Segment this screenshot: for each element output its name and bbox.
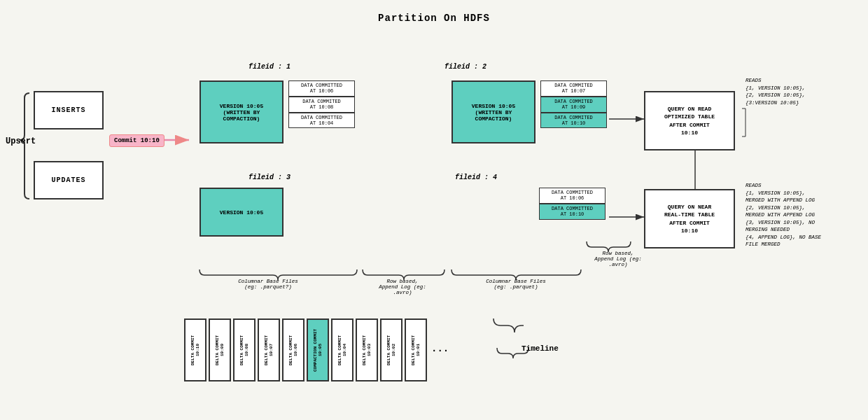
fileid1-label: fileid : 1 bbox=[248, 63, 290, 71]
timeline-box-6: DELTA COMMIT 10:04 bbox=[331, 318, 354, 382]
upsert-label: Upsert bbox=[6, 136, 36, 146]
query-optimized-box: QUERY ON READ OPTIMIZED TABLE AFTER COMM… bbox=[644, 91, 735, 150]
version-box-2: VERSION 10:05 (WRITTEN BY COMPACTION) bbox=[451, 80, 536, 144]
data-box-1-1: DATA COMMITTED AT 10:06 bbox=[288, 80, 355, 97]
data-box-4-1: DATA COMMITTED AT 10:06 bbox=[539, 188, 606, 204]
timeline-box-4: DELTA COMMIT 10:06 bbox=[282, 318, 304, 382]
columnar-label-1: Columnar Base Files (eg: .parquet?) bbox=[223, 279, 314, 290]
fileid2-label: fileid : 2 bbox=[444, 63, 486, 71]
data-stack-4: DATA COMMITTED AT 10:06 DATA COMMITTED A… bbox=[539, 188, 606, 220]
data-stack-1: DATA COMMITTED AT 10:06 DATA COMMITED AT… bbox=[288, 80, 355, 128]
version-box-1: VERSION 10:05 (WRITTEN BY COMPACTION) bbox=[200, 80, 284, 144]
timeline-box-3: DELTA COMMIT 10:07 bbox=[258, 318, 280, 382]
page-title: Partition On HDFS bbox=[378, 13, 490, 24]
main-container: Partition On HDFS bbox=[0, 0, 868, 420]
timeline-box-8: DELTA COMMIT 10:02 bbox=[380, 318, 402, 382]
row-label-1: Row based, Append Log (eg: .avro) bbox=[364, 279, 441, 295]
timeline-label: Timeline bbox=[522, 344, 559, 353]
data-box-2-2: DATA COMMITED AT 10:09 bbox=[540, 97, 607, 113]
timeline-box-0: DELTA COMMIT 10:10 bbox=[184, 318, 206, 382]
reads-optimized-text: READS {1, VERSION 10:05}, {2, VERSION 10… bbox=[746, 77, 806, 106]
timeline-brace-svg bbox=[490, 315, 525, 364]
diagram-svg bbox=[0, 0, 868, 420]
inserts-box: INSERTS bbox=[34, 91, 104, 130]
timeline-box-9: DELTA COMMIT 10:01 bbox=[405, 318, 427, 382]
timeline-box-5: COMPACTION COMMIT 10:05 bbox=[307, 318, 329, 382]
data-stack-2: DATA COMMITED AT 10:07 DATA COMMITED AT … bbox=[540, 80, 607, 128]
timeline-box-2: DELTA COMMIT 10:08 bbox=[233, 318, 255, 382]
timeline-ellipsis: ... bbox=[431, 343, 449, 354]
reads-near-real-text: READS {1, VERSION 10:05}, MERGED WITH AP… bbox=[746, 182, 821, 248]
timeline-box-7: DELTA COMMIT 10:03 bbox=[356, 318, 378, 382]
timeline-box-1: DELTA COMMIT 10:09 bbox=[209, 318, 231, 382]
commit-label: Commit 10:10 bbox=[109, 134, 164, 147]
columnar-label-2: Columnar Base Files (eg: .parquet) bbox=[470, 279, 561, 290]
data-box-2-1: DATA COMMITED AT 10:07 bbox=[540, 80, 607, 97]
data-box-2-3: DATA COMMITED AT 10:10 bbox=[540, 113, 607, 129]
fileid4-label: fileid : 4 bbox=[455, 174, 497, 181]
updates-box: UPDATES bbox=[34, 161, 104, 200]
data-box-1-2: DATA COMMITED AT 10:08 bbox=[288, 97, 355, 113]
version-box-3: VERSION 10:05 bbox=[200, 188, 284, 237]
query-near-real-box: QUERY ON NEAR REAL-TIME TABLE AFTER COMM… bbox=[644, 189, 735, 248]
data-box-1-3: DATA COMMITTED AT 10:04 bbox=[288, 113, 355, 129]
row-label-2: Row based, Append Log (eg: .avro) bbox=[587, 251, 650, 267]
fileid3-label: fileid : 3 bbox=[248, 174, 290, 181]
data-box-4-2: DATA COMMITTED AT 10:10 bbox=[539, 204, 606, 220]
